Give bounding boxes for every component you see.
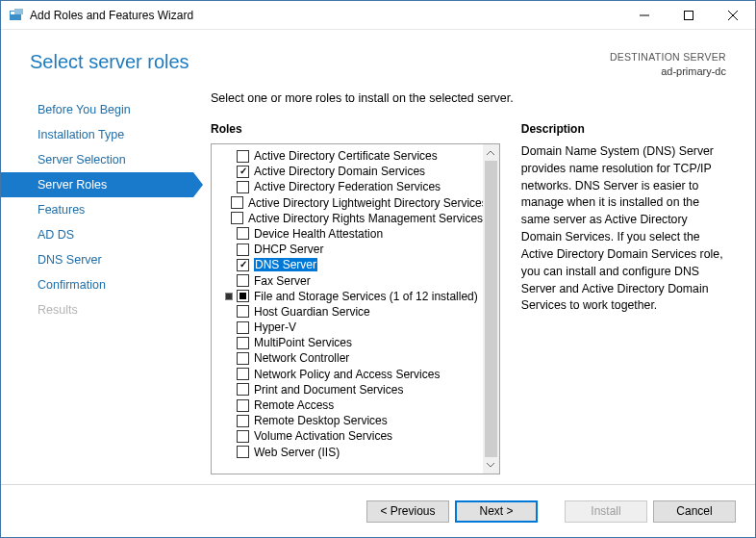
role-item[interactable]: MultiPoint Services <box>215 335 483 350</box>
role-item[interactable]: Active Directory Federation Services <box>215 179 483 194</box>
role-label[interactable]: Print and Document Services <box>254 383 403 397</box>
scroll-up-icon[interactable] <box>483 144 499 161</box>
description-text: Domain Name System (DNS) Server provides… <box>521 143 726 315</box>
scroll-thumb[interactable] <box>485 161 497 457</box>
role-checkbox[interactable] <box>237 243 249 256</box>
role-label[interactable]: Remote Access <box>254 398 334 412</box>
role-item[interactable]: File and Storage Services (1 of 12 insta… <box>215 289 483 304</box>
wizard-body: Select server roles DESTINATION SERVER a… <box>1 30 755 537</box>
roles-heading: Roles <box>211 122 500 136</box>
role-checkbox[interactable] <box>237 352 249 365</box>
previous-button[interactable]: < Previous <box>366 500 449 523</box>
roles-column: Roles Active Directory Certificate Servi… <box>211 122 500 474</box>
close-button[interactable] <box>711 1 755 29</box>
role-checkbox[interactable] <box>237 181 249 193</box>
role-checkbox[interactable] <box>237 259 249 271</box>
nav-item[interactable]: Installation Type <box>1 122 193 147</box>
role-checkbox[interactable] <box>237 290 249 302</box>
role-label[interactable]: File and Storage Services (1 of 12 insta… <box>254 290 478 303</box>
footer: < Previous Next > Install Cancel <box>1 484 755 537</box>
role-checkbox[interactable] <box>237 227 249 240</box>
columns: Roles Active Directory Certificate Servi… <box>211 122 726 474</box>
role-item[interactable]: Web Server (IIS) <box>215 445 483 460</box>
expand-icon[interactable] <box>225 293 233 300</box>
destination-value: ad-primary-dc <box>610 64 726 78</box>
role-item[interactable]: DNS Server <box>215 257 483 272</box>
role-label[interactable]: Active Directory Rights Management Servi… <box>248 212 483 225</box>
description-column: Description Domain Name System (DNS) Ser… <box>521 122 726 474</box>
role-item[interactable]: Active Directory Domain Services <box>215 164 483 179</box>
nav-item[interactable]: Before You Begin <box>1 97 193 122</box>
role-label[interactable]: Host Guardian Service <box>254 305 370 319</box>
header-area: Select server roles DESTINATION SERVER a… <box>1 30 755 86</box>
scrollbar[interactable] <box>483 144 499 474</box>
page-title: Select server roles <box>30 51 189 78</box>
role-label[interactable]: Remote Desktop Services <box>254 414 388 427</box>
role-checkbox[interactable] <box>237 337 249 349</box>
role-checkbox[interactable] <box>231 196 243 209</box>
role-checkbox[interactable] <box>237 274 249 287</box>
role-label[interactable]: Device Health Attestation <box>254 227 383 241</box>
destination-server: DESTINATION SERVER ad-primary-dc <box>610 51 726 78</box>
titlebar: Add Roles and Features Wizard <box>1 1 755 30</box>
role-checkbox[interactable] <box>237 383 249 396</box>
role-item[interactable]: Network Controller <box>215 350 483 366</box>
nav-item[interactable]: AD DS <box>1 222 193 247</box>
role-item[interactable]: Fax Server <box>215 272 483 288</box>
role-label[interactable]: Active Directory Lightweight Directory S… <box>248 196 483 210</box>
description-heading: Description <box>521 122 726 136</box>
role-label[interactable]: DNS Server <box>254 258 317 271</box>
role-item[interactable]: Remote Desktop Services <box>215 413 483 428</box>
role-checkbox[interactable] <box>231 212 243 224</box>
role-label[interactable]: Active Directory Domain Services <box>254 165 425 178</box>
role-label[interactable]: Active Directory Certificate Services <box>254 149 438 163</box>
maximize-button[interactable] <box>667 1 711 29</box>
role-label[interactable]: Network Controller <box>254 351 349 365</box>
wizard-nav: Before You BeginInstallation TypeServer … <box>1 91 193 474</box>
role-item[interactable]: Print and Document Services <box>215 382 483 397</box>
window-controls <box>622 1 755 29</box>
role-item[interactable]: Network Policy and Access Services <box>215 367 483 382</box>
role-checkbox[interactable] <box>237 305 249 318</box>
role-checkbox[interactable] <box>237 415 249 427</box>
nav-item[interactable]: Features <box>1 197 193 222</box>
role-label[interactable]: DHCP Server <box>254 243 323 256</box>
cancel-button[interactable]: Cancel <box>653 500 736 523</box>
role-label[interactable]: Fax Server <box>254 274 311 288</box>
role-item[interactable]: Volume Activation Services <box>215 428 483 444</box>
nav-item[interactable]: Server Roles <box>1 172 193 197</box>
role-label[interactable]: Web Server (IIS) <box>254 446 340 459</box>
install-button: Install <box>565 500 647 523</box>
role-checkbox[interactable] <box>237 166 249 178</box>
role-item[interactable]: Active Directory Rights Management Servi… <box>215 211 483 226</box>
role-item[interactable]: Active Directory Lightweight Directory S… <box>215 195 483 211</box>
role-item[interactable]: Host Guardian Service <box>215 304 483 320</box>
role-item[interactable]: Active Directory Certificate Services <box>215 148 483 164</box>
role-label[interactable]: Volume Activation Services <box>254 429 392 443</box>
role-item[interactable]: Device Health Attestation <box>215 226 483 242</box>
role-item[interactable]: Remote Access <box>215 397 483 413</box>
nav-item[interactable]: DNS Server <box>1 247 193 272</box>
role-label[interactable]: MultiPoint Services <box>254 336 352 349</box>
role-checkbox[interactable] <box>237 399 249 412</box>
minimize-button[interactable] <box>622 1 667 29</box>
role-checkbox[interactable] <box>237 321 249 334</box>
role-checkbox[interactable] <box>237 446 249 458</box>
nav-item[interactable]: Server Selection <box>1 147 193 172</box>
roles-listbox[interactable]: Active Directory Certificate ServicesAct… <box>211 143 500 474</box>
role-checkbox[interactable] <box>237 368 249 380</box>
scroll-down-icon[interactable] <box>483 457 499 474</box>
content-area: Select one or more roles to install on t… <box>193 91 755 474</box>
role-label[interactable]: Active Directory Federation Services <box>254 180 441 193</box>
role-item[interactable]: Hyper-V <box>215 320 483 335</box>
role-checkbox[interactable] <box>237 430 249 443</box>
role-checkbox[interactable] <box>237 150 249 163</box>
role-label[interactable]: Network Policy and Access Services <box>254 368 440 381</box>
role-label[interactable]: Hyper-V <box>254 320 296 334</box>
next-button[interactable]: Next > <box>455 500 538 523</box>
svg-rect-4 <box>685 11 693 19</box>
svg-rect-2 <box>14 9 23 14</box>
role-item[interactable]: DHCP Server <box>215 242 483 257</box>
nav-item[interactable]: Confirmation <box>1 272 193 297</box>
app-icon <box>9 8 24 23</box>
